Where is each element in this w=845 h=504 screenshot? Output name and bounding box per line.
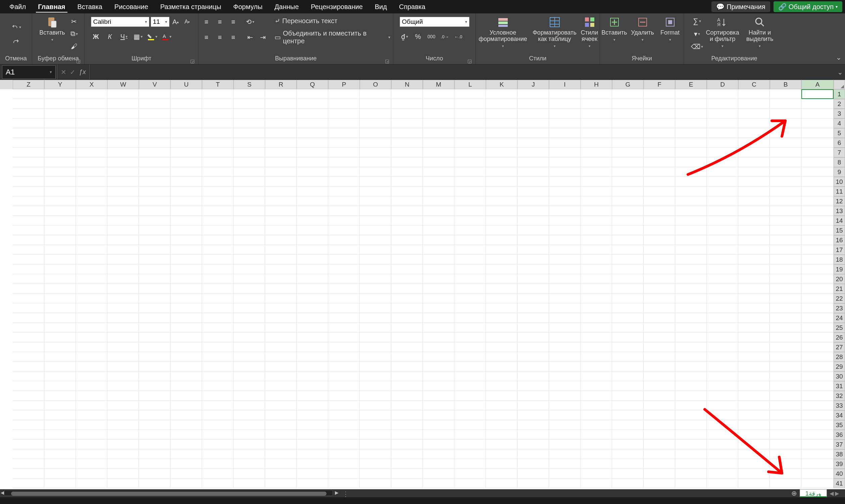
cell-O6[interactable] [360,138,391,148]
cell-H1[interactable] [580,89,612,99]
cell-Z5[interactable] [13,128,44,138]
cell-Z6[interactable] [13,138,44,148]
cell-X33[interactable] [76,401,107,410]
delete-cells-button[interactable]: Удалить▾ [629,15,656,43]
cell-Z22[interactable] [13,294,44,303]
cell-O19[interactable] [360,265,391,274]
cell-M36[interactable] [423,430,454,439]
row-header-19[interactable]: 19 [833,265,845,274]
cell-L3[interactable] [454,109,486,119]
cell-D1[interactable] [707,89,738,99]
cell-V37[interactable] [139,439,170,449]
cell-C14[interactable] [738,216,770,226]
cell-Y37[interactable] [44,439,76,449]
column-header-R[interactable]: R [265,80,296,89]
row-header-27[interactable]: 27 [833,342,845,352]
tab-page-layout[interactable]: Разметка страницы [155,0,227,14]
column-header-A[interactable]: A [802,80,833,89]
cell-Y34[interactable] [44,410,76,420]
cell-L14[interactable] [454,216,486,226]
cell-A16[interactable] [802,235,833,245]
cell-X2[interactable] [76,99,107,109]
cell-K25[interactable] [486,323,518,332]
cell-L4[interactable] [454,119,486,128]
cell-I35[interactable] [549,420,580,430]
cell-Z12[interactable] [13,196,44,206]
cell-C26[interactable] [738,332,770,342]
cell-M31[interactable] [423,381,454,391]
cell-D10[interactable] [707,177,738,186]
cell-J22[interactable] [518,294,549,303]
row-header-23[interactable]: 23 [833,303,845,313]
cell-V14[interactable] [139,216,170,226]
cell-U37[interactable] [170,439,202,449]
cell-X29[interactable] [76,362,107,372]
cell-Z26[interactable] [13,332,44,342]
cell-F34[interactable] [644,410,675,420]
cell-V18[interactable] [139,255,170,265]
cell-T16[interactable] [202,235,234,245]
cell-P3[interactable] [328,109,360,119]
cell-L31[interactable] [454,381,486,391]
cell-B5[interactable] [770,128,802,138]
cell-T22[interactable] [202,294,234,303]
cell-F22[interactable] [644,294,675,303]
cell-A40[interactable] [802,469,833,479]
cell-G8[interactable] [612,157,644,167]
cell-H28[interactable] [580,352,612,362]
column-header-B[interactable]: B [770,80,802,89]
cell-V11[interactable] [139,186,170,196]
cell-A19[interactable] [802,265,833,274]
row-header-34[interactable]: 34 [833,410,845,420]
cell-N37[interactable] [391,439,423,449]
cell-B19[interactable] [770,265,802,274]
cell-T25[interactable] [202,323,234,332]
cell-E23[interactable] [675,303,707,313]
cell-I36[interactable] [549,430,580,439]
cell-W37[interactable] [107,439,139,449]
row-header-17[interactable]: 17 [833,245,845,255]
cell-A25[interactable] [802,323,833,332]
cell-Q35[interactable] [296,420,328,430]
tab-help[interactable]: Справка [393,0,431,14]
font-name-combo[interactable]: Calibri▾ [91,17,149,27]
align-bottom-button[interactable]: ≡ [228,17,238,27]
cell-A23[interactable] [802,303,833,313]
cell-M1[interactable] [423,89,454,99]
cell-S2[interactable] [234,99,265,109]
cell-Z28[interactable] [13,352,44,362]
cell-G17[interactable] [612,245,644,255]
cell-Y9[interactable] [44,167,76,177]
cell-U16[interactable] [170,235,202,245]
cell-Y16[interactable] [44,235,76,245]
cell-V22[interactable] [139,294,170,303]
cell-W1[interactable] [107,89,139,99]
cell-D17[interactable] [707,245,738,255]
cell-Q23[interactable] [296,303,328,313]
cell-I12[interactable] [549,196,580,206]
cell-C10[interactable] [738,177,770,186]
cell-M9[interactable] [423,167,454,177]
cell-I5[interactable] [549,128,580,138]
cell-C24[interactable] [738,313,770,323]
cell-I2[interactable] [549,99,580,109]
cell-T15[interactable] [202,226,234,235]
cell-B18[interactable] [770,255,802,265]
cell-B38[interactable] [770,449,802,459]
cell-U29[interactable] [170,362,202,372]
cell-V6[interactable] [139,138,170,148]
cell-H36[interactable] [580,430,612,439]
cell-M10[interactable] [423,177,454,186]
cell-Q13[interactable] [296,206,328,216]
cell-G26[interactable] [612,332,644,342]
row-header-36[interactable]: 36 [833,430,845,439]
cell-V20[interactable] [139,274,170,284]
cell-B6[interactable] [770,138,802,148]
cell-E9[interactable] [675,167,707,177]
cell-N40[interactable] [391,469,423,479]
cell-S6[interactable] [234,138,265,148]
cell-T39[interactable] [202,459,234,469]
cell-O33[interactable] [360,401,391,410]
currency-button[interactable]: ₫ [400,32,410,42]
column-header-C[interactable]: C [738,80,770,89]
